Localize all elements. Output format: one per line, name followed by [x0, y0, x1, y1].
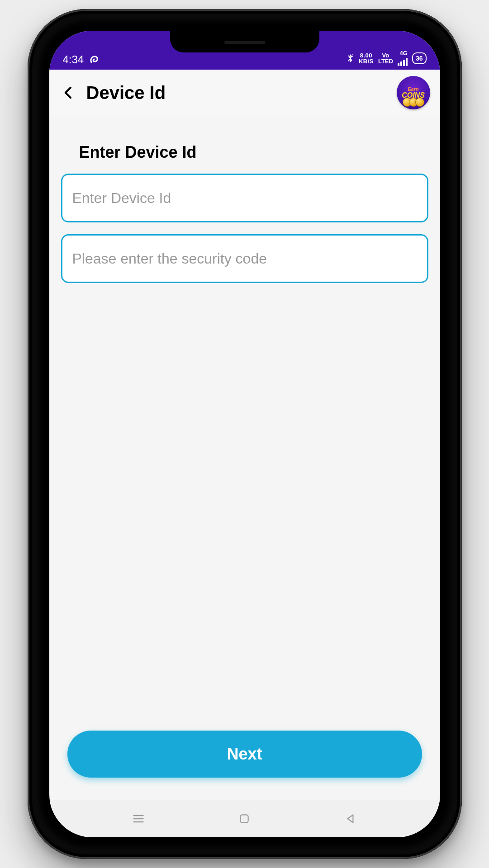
- android-nav-bar: [49, 800, 440, 837]
- phone-notch: [170, 31, 319, 52]
- status-left: 4:34: [63, 53, 100, 66]
- kbs-top: 8.00: [359, 52, 374, 58]
- form-heading: Enter Device Id: [79, 143, 426, 162]
- android-recents-button[interactable]: [129, 810, 147, 828]
- device-id-input[interactable]: [61, 174, 428, 222]
- status-right: 8.00 KB/S Vo LTED 4G: [346, 50, 427, 66]
- page-title: Device Id: [86, 83, 166, 103]
- back-triangle-icon: [345, 813, 356, 825]
- android-home-button[interactable]: [235, 810, 253, 828]
- phone-frame-inner: 4:34: [37, 18, 453, 850]
- phone-screen: 4:34: [49, 31, 440, 837]
- battery-indicator: 36: [412, 52, 427, 64]
- chevron-left-icon: [62, 85, 75, 100]
- next-button[interactable]: Next: [67, 731, 422, 778]
- status-4g-label: 4G: [400, 50, 408, 56]
- svg-point-0: [352, 54, 353, 55]
- earn-coins-badge[interactable]: Earn COINS: [397, 76, 430, 109]
- status-time: 4:34: [63, 53, 84, 66]
- security-code-input[interactable]: [61, 234, 428, 283]
- lte-top: Vo: [378, 52, 393, 58]
- coins-icon: [403, 98, 424, 107]
- status-network-speed: 8.00 KB/S: [359, 52, 374, 64]
- home-icon: [238, 813, 250, 825]
- bluetooth-icon: [346, 53, 354, 63]
- content-spacer: [49, 430, 440, 731]
- battery-percent: 36: [416, 55, 423, 62]
- status-signal: 4G: [398, 50, 408, 66]
- phone-frame-outer: 4:34: [28, 9, 462, 859]
- svg-point-1: [352, 56, 353, 57]
- lte-bottom: LTED: [378, 58, 393, 64]
- form-content: Enter Device Id: [49, 116, 440, 430]
- earn-coins-top-label: Earn: [408, 87, 418, 92]
- bottom-action-area: Next: [49, 731, 440, 800]
- svg-rect-5: [241, 815, 248, 822]
- kbs-bottom: KB/S: [359, 58, 374, 64]
- status-volte: Vo LTED: [378, 52, 393, 64]
- app-header: Device Id Earn COINS: [49, 70, 440, 116]
- notch-speaker: [224, 41, 265, 44]
- signal-bars-icon: [398, 57, 408, 66]
- android-back-button[interactable]: [342, 810, 360, 828]
- swirl-icon: [89, 54, 100, 65]
- recents-icon: [132, 812, 145, 825]
- back-button[interactable]: [56, 80, 81, 105]
